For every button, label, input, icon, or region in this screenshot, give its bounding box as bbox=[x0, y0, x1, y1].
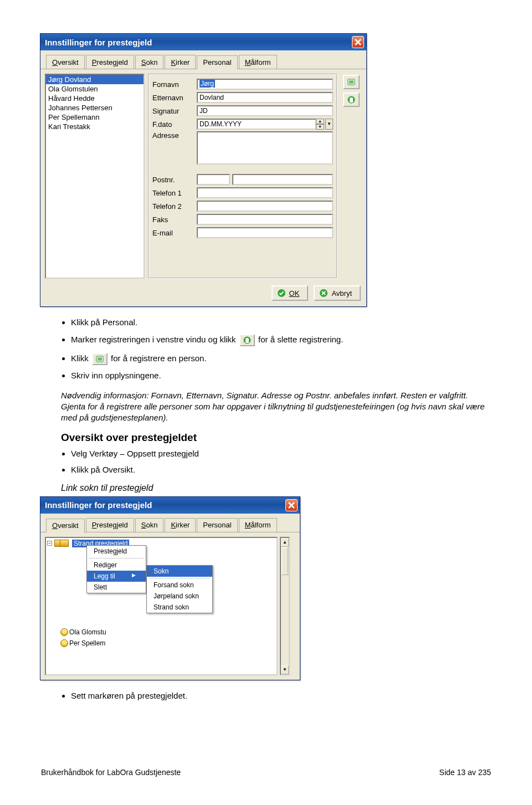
scroll-thumb[interactable] bbox=[282, 547, 288, 575]
tab-sokn[interactable]: Sokn bbox=[135, 55, 164, 69]
list-item[interactable]: Ola Glomstulen bbox=[46, 84, 144, 94]
menu-item-rediger[interactable]: Rediger bbox=[87, 560, 146, 571]
context-menu[interactable]: Prestegjeld Rediger Legg til▶ Slett bbox=[86, 545, 146, 593]
email-input[interactable] bbox=[197, 227, 333, 238]
tab-sokn[interactable]: Sokn bbox=[135, 518, 164, 532]
person-icon bbox=[60, 639, 68, 647]
add-person-icon bbox=[347, 78, 356, 86]
bullet-item: Sett markøren på prestegjeldet. bbox=[71, 690, 492, 701]
footer-left: Brukerhåndbok for LabOra Gudstjeneste bbox=[41, 768, 181, 777]
instruction-list-3: Sett markøren på prestegjeldet. bbox=[40, 690, 492, 701]
tab-personal[interactable]: Personal bbox=[197, 518, 237, 532]
signatur-input[interactable] bbox=[197, 105, 333, 116]
menu-item-leggtil[interactable]: Legg til▶ bbox=[87, 571, 146, 582]
bullet-item: Marker registreringen i venstre vindu og… bbox=[71, 332, 492, 347]
check-icon bbox=[277, 289, 286, 298]
fdato-input[interactable] bbox=[197, 119, 316, 130]
tab-kirker[interactable]: Kirker bbox=[165, 518, 196, 532]
scroll-down[interactable]: ▼ bbox=[281, 665, 289, 674]
tab-oversikt[interactable]: Oversikt bbox=[46, 55, 85, 69]
cancel-icon bbox=[319, 289, 328, 298]
list-item[interactable]: Per Spellemann bbox=[46, 112, 144, 122]
telefon1-input[interactable] bbox=[197, 187, 333, 198]
section-heading: Oversikt over prestegjeldet bbox=[61, 432, 492, 444]
tree-person-label: Ola Glomstu bbox=[69, 628, 106, 636]
list-item[interactable]: Jørg Dovland bbox=[46, 75, 144, 84]
titlebar: Innstillinger for prestegjeld bbox=[40, 34, 366, 50]
label-fdato: F.dato bbox=[152, 120, 197, 129]
settings-window-1: Innstillinger for prestegjeld Oversikt P… bbox=[40, 33, 367, 307]
label-postnr: Postnr. bbox=[152, 176, 197, 184]
tree-person-label: Per Spellem bbox=[69, 639, 105, 647]
poststed-input[interactable] bbox=[232, 174, 333, 185]
bullet-item: Klikk for å registrere en person. bbox=[71, 351, 492, 366]
menu-item-slett[interactable]: Slett bbox=[87, 582, 146, 593]
adresse-input[interactable] bbox=[197, 131, 333, 165]
label-tel1: Telefon 1 bbox=[152, 189, 197, 197]
person-icon bbox=[60, 628, 68, 636]
submenu-item-sokn[interactable]: Sokn bbox=[147, 566, 212, 577]
telefon2-input[interactable] bbox=[197, 201, 333, 212]
date-spinner[interactable]: ▲▼ bbox=[316, 119, 324, 130]
label-etternavn: Etternavn bbox=[152, 94, 197, 102]
scrollbar[interactable]: ▲ ▼ bbox=[280, 537, 290, 675]
info-note: Nødvendig informasjon: Fornavn, Etternav… bbox=[61, 390, 492, 424]
close-button[interactable] bbox=[352, 36, 364, 48]
instruction-list-2: Velg Verktøy – Oppsett prestegjeld Klikk… bbox=[40, 448, 492, 475]
inline-delete-icon bbox=[239, 334, 255, 346]
window-title: Innstillinger for prestegjeld bbox=[45, 38, 152, 47]
svg-rect-7 bbox=[98, 357, 102, 361]
cancel-button[interactable]: Avbryt bbox=[314, 285, 361, 301]
tab-prestegjeld[interactable]: Prestegjeld bbox=[86, 55, 134, 69]
tab-malform[interactable]: Målform bbox=[239, 55, 277, 69]
etternavn-input[interactable] bbox=[197, 92, 333, 103]
fornavn-input[interactable]: Jørg bbox=[197, 79, 333, 90]
context-submenu[interactable]: Sokn Forsand sokn Jørpeland sokn Strand … bbox=[146, 565, 213, 613]
instruction-list: Klikk på Personal. Marker registreringen… bbox=[40, 317, 492, 382]
close-icon bbox=[287, 501, 296, 510]
label-fornavn: Fornavn bbox=[152, 80, 197, 89]
scroll-up[interactable]: ▲ bbox=[281, 538, 289, 547]
submenu-item[interactable]: Strand sokn bbox=[147, 602, 212, 613]
bullet-item: Klikk på Personal. bbox=[71, 317, 492, 328]
bullet-item: Velg Verktøy – Oppsett prestegjeld bbox=[71, 448, 492, 459]
subsection-heading: Link sokn til prestegjeld bbox=[61, 483, 492, 493]
person-listbox[interactable]: Jørg Dovland Ola Glomstulen Håvard Hedde… bbox=[45, 74, 145, 279]
svg-rect-1 bbox=[349, 80, 354, 84]
tabs: Oversikt Prestegjeld Sokn Kirker Persona… bbox=[40, 514, 300, 532]
close-icon bbox=[354, 38, 362, 47]
submenu-arrow-icon: ▶ bbox=[132, 572, 136, 580]
label-email: E-mail bbox=[152, 229, 197, 237]
window-title: Innstillinger for prestegjeld bbox=[45, 500, 152, 510]
menu-item-prestegjeld[interactable]: Prestegjeld bbox=[87, 546, 146, 557]
list-item[interactable]: Kari Trestakk bbox=[46, 122, 144, 131]
label-tel2: Telefon 2 bbox=[152, 202, 197, 211]
tree-root[interactable]: − Strand prestegjeld bbox=[46, 538, 277, 549]
label-adresse: Adresse bbox=[152, 131, 197, 140]
folder-icon bbox=[60, 540, 69, 547]
submenu-item[interactable]: Jørpeland sokn bbox=[147, 591, 212, 602]
tabs: Oversikt Prestegjeld Sokn Kirker Persona… bbox=[40, 50, 366, 69]
trash-icon bbox=[347, 95, 356, 104]
date-dropdown[interactable]: ▼ bbox=[325, 119, 333, 130]
tab-prestegjeld[interactable]: Prestegjeld bbox=[86, 518, 134, 532]
person-form: Fornavn Jørg Etternavn Signatur F.dato ▲… bbox=[148, 74, 337, 279]
postnr-input[interactable] bbox=[197, 174, 230, 185]
faks-input[interactable] bbox=[197, 214, 333, 225]
tab-oversikt[interactable]: Oversikt bbox=[46, 519, 85, 532]
submenu-item[interactable]: Forsand sokn bbox=[147, 580, 212, 591]
tab-personal[interactable]: Personal bbox=[197, 55, 237, 69]
bullet-item: Klikk på Oversikt. bbox=[71, 464, 492, 475]
tab-malform[interactable]: Målform bbox=[239, 518, 277, 532]
delete-person-button[interactable] bbox=[343, 93, 360, 107]
tree-person[interactable]: Ola Glomstu bbox=[46, 627, 277, 638]
tree-person[interactable]: Per Spellem bbox=[46, 638, 277, 649]
list-item[interactable]: Håvard Hedde bbox=[46, 94, 144, 103]
ok-button[interactable]: OK bbox=[272, 285, 309, 301]
close-button[interactable] bbox=[285, 499, 298, 511]
tab-kirker[interactable]: Kirker bbox=[165, 55, 196, 69]
footer-right: Side 13 av 235 bbox=[439, 768, 491, 777]
add-person-button[interactable] bbox=[343, 75, 360, 89]
list-item[interactable]: Johannes Pettersen bbox=[46, 103, 144, 112]
titlebar: Innstillinger for prestegjeld bbox=[40, 497, 300, 514]
